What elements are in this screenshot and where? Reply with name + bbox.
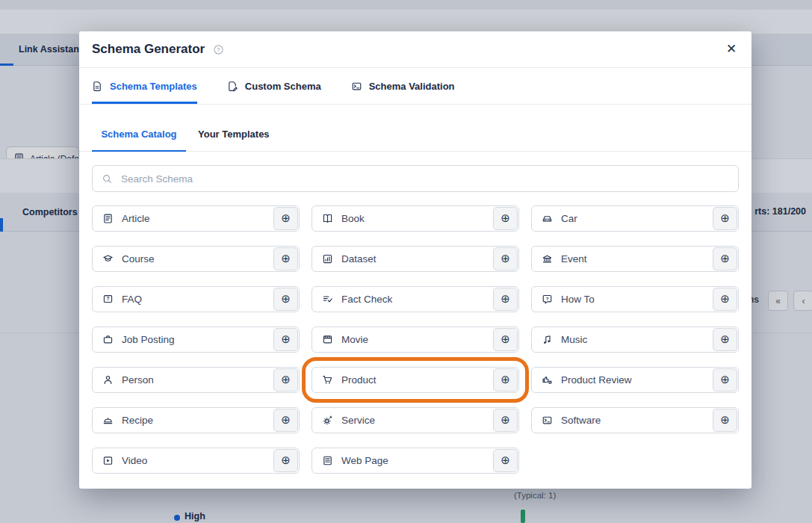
schema-card-product[interactable]: Product⊕ [312,367,519,393]
how-to-icon: ? [542,294,553,305]
schema-card-label: Car [561,213,577,224]
schema-card-fact-check[interactable]: Fact Check⊕ [312,286,519,312]
add-schema-icon[interactable]: ⊕ [273,207,298,230]
schema-generator-modal: Schema Generator ? ✕ Schema Templates Cu… [79,31,751,489]
svg-text:?: ? [546,296,549,301]
search-icon [102,173,113,185]
schema-card-movie[interactable]: Movie⊕ [312,327,519,353]
add-schema-icon[interactable]: ⊕ [493,247,518,270]
add-schema-icon[interactable]: ⊕ [713,409,737,432]
modal-header: Schema Generator ? ✕ [79,31,751,68]
add-schema-icon[interactable]: ⊕ [493,207,518,230]
add-schema-icon[interactable]: ⊕ [273,247,298,270]
tab-label: Custom Schema [245,81,321,92]
schema-card-dataset[interactable]: Dataset⊕ [312,246,519,272]
article-icon [102,213,114,224]
subtab-your-templates[interactable]: Your Templates [198,105,270,152]
recipe-icon [102,415,114,426]
search-input[interactable] [120,173,738,185]
movie-icon [322,334,333,345]
schema-card-label: Service [341,415,375,426]
add-schema-icon[interactable]: ⊕ [273,368,298,392]
add-schema-icon[interactable]: ⊕ [273,449,298,472]
modal-title: Schema Generator [92,42,205,57]
schema-card-person[interactable]: Person⊕ [92,367,300,393]
add-schema-icon[interactable]: ⊕ [713,207,737,230]
modal-tab-bar: Schema Templates Custom Schema Schema Va… [79,68,751,105]
schema-card-label: Course [122,253,155,264]
schema-card-software[interactable]: Software⊕ [531,407,739,433]
search-box [92,165,739,192]
add-schema-icon[interactable]: ⊕ [493,368,518,392]
schema-card-job-posting[interactable]: Job Posting⊕ [92,327,300,353]
tab-label: Schema Validation [369,81,455,92]
course-icon [102,253,114,264]
schema-card-product-review[interactable]: Product Review⊕ [531,367,739,393]
add-schema-icon[interactable]: ⊕ [713,288,737,311]
fact-check-icon [322,294,333,305]
add-schema-icon[interactable]: ⊕ [713,368,737,392]
schema-card-web-page[interactable]: Web Page⊕ [312,448,519,474]
schema-card-label: Job Posting [122,334,175,345]
subtab-schema-catalog[interactable]: Schema Catalog [92,105,186,152]
add-schema-icon[interactable]: ⊕ [493,288,518,311]
software-icon [542,415,553,426]
schema-card-label: Software [561,415,601,426]
svg-text:?: ? [217,46,220,52]
add-schema-icon[interactable]: ⊕ [273,288,298,311]
document-icon [92,81,103,92]
schema-card-label: Book [341,213,365,224]
add-schema-icon[interactable]: ⊕ [273,409,298,432]
add-schema-icon[interactable]: ⊕ [273,328,298,351]
svg-text:?: ? [107,296,110,301]
car-icon [542,213,553,224]
web-page-icon [322,455,333,466]
schema-card-grid: Article⊕Book⊕Car⊕Course⊕Dataset⊕Event⊕?F… [92,205,739,474]
schema-card-book[interactable]: Book⊕ [312,205,519,232]
terminal-icon [351,81,362,92]
add-schema-icon[interactable]: ⊕ [493,409,518,432]
document-edit-icon [227,81,238,92]
schema-card-label: Web Page [341,455,388,466]
schema-card-label: Product [341,374,376,386]
screen: Link Assistant Article (Defa Generate Sc… [0,0,812,523]
schema-card-label: Fact Check [341,294,392,305]
music-icon [542,334,553,345]
schema-card-video[interactable]: Video⊕ [92,448,300,474]
add-schema-icon[interactable]: ⊕ [493,449,518,472]
event-icon [542,253,553,264]
schema-card-label: Product Review [561,374,632,386]
tab-schema-templates[interactable]: Schema Templates [92,68,197,104]
schema-card-event[interactable]: Event⊕ [531,246,739,272]
close-icon[interactable]: ✕ [723,41,740,58]
add-schema-icon[interactable]: ⊕ [713,247,737,270]
schema-card-label: Recipe [122,415,153,426]
schema-card-label: Event [561,253,587,264]
product-icon [322,374,333,386]
schema-card-faq[interactable]: ?FAQ⊕ [92,286,300,312]
schema-card-music[interactable]: Music⊕ [531,327,739,353]
person-icon [102,374,114,386]
tab-custom-schema[interactable]: Custom Schema [227,68,321,104]
faq-icon: ? [102,294,114,305]
schema-card-car[interactable]: Car⊕ [531,205,739,232]
job-posting-icon [102,334,114,345]
help-icon[interactable]: ? [213,44,224,55]
product-review-icon [542,374,553,386]
modal-subtab-bar: Schema Catalog Your Templates [79,105,751,152]
subtab-label: Your Templates [198,129,270,140]
schema-card-how-to[interactable]: ?How To⊕ [531,286,739,312]
schema-card-label: FAQ [122,294,142,305]
add-schema-icon[interactable]: ⊕ [493,328,518,351]
schema-card-article[interactable]: Article⊕ [92,205,300,232]
book-icon [322,213,333,224]
add-schema-icon[interactable]: ⊕ [713,328,737,351]
schema-card-label: Article [122,213,150,224]
service-icon [322,415,333,426]
schema-card-recipe[interactable]: Recipe⊕ [92,407,300,433]
tab-label: Schema Templates [110,81,197,92]
schema-card-label: Video [122,455,147,466]
schema-card-course[interactable]: Course⊕ [92,246,300,272]
schema-card-service[interactable]: Service⊕ [312,407,519,433]
tab-schema-validation[interactable]: Schema Validation [351,68,455,104]
